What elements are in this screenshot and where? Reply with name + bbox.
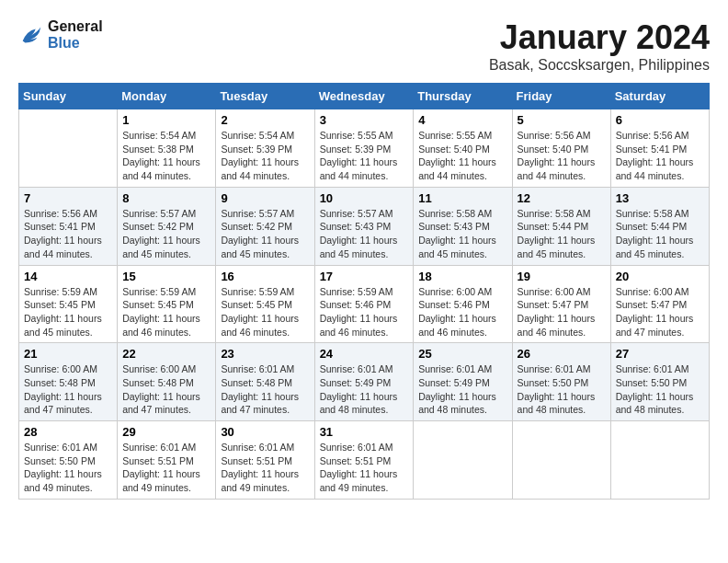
calendar-cell: 26 Sunrise: 6:01 AMSunset: 5:50 PMDaylig…	[512, 343, 610, 421]
day-detail: Sunrise: 5:59 AMSunset: 5:46 PMDaylight:…	[320, 285, 409, 339]
week-row-2: 14 Sunrise: 5:59 AMSunset: 5:45 PMDaylig…	[19, 265, 710, 343]
day-detail: Sunrise: 6:01 AMSunset: 5:51 PMDaylight:…	[320, 441, 409, 495]
calendar-cell: 7 Sunrise: 5:56 AMSunset: 5:41 PMDayligh…	[19, 187, 118, 265]
day-number: 13	[616, 191, 704, 205]
calendar-cell: 15 Sunrise: 5:59 AMSunset: 5:45 PMDaylig…	[118, 265, 216, 343]
calendar-cell: 27 Sunrise: 6:01 AMSunset: 5:50 PMDaylig…	[610, 343, 709, 421]
day-number: 10	[320, 191, 409, 205]
day-detail: Sunrise: 6:00 AMSunset: 5:47 PMDaylight:…	[616, 285, 704, 339]
header-sunday: Sunday	[19, 84, 118, 109]
logo-icon	[18, 22, 44, 48]
week-row-0: 1 Sunrise: 5:54 AMSunset: 5:38 PMDayligh…	[19, 109, 710, 188]
calendar-cell	[512, 421, 610, 500]
month-title: January 2024	[489, 18, 710, 57]
calendar-cell: 19 Sunrise: 6:00 AMSunset: 5:47 PMDaylig…	[512, 265, 610, 343]
day-detail: Sunrise: 6:01 AMSunset: 5:48 PMDaylight:…	[221, 362, 309, 417]
day-detail: Sunrise: 5:59 AMSunset: 5:45 PMDaylight:…	[221, 285, 309, 339]
day-number: 30	[221, 425, 309, 439]
calendar-cell: 11 Sunrise: 5:58 AMSunset: 5:43 PMDaylig…	[414, 187, 512, 265]
calendar-cell: 13 Sunrise: 5:58 AMSunset: 5:44 PMDaylig…	[610, 187, 709, 265]
day-detail: Sunrise: 5:57 AMSunset: 5:42 PMDaylight:…	[221, 207, 309, 261]
day-number: 12	[518, 191, 606, 205]
calendar-cell: 4 Sunrise: 5:55 AMSunset: 5:40 PMDayligh…	[414, 109, 512, 188]
day-detail: Sunrise: 6:00 AMSunset: 5:47 PMDaylight:…	[518, 285, 606, 339]
day-detail: Sunrise: 6:00 AMSunset: 5:48 PMDaylight:…	[24, 362, 112, 417]
header-wednesday: Wednesday	[314, 84, 414, 109]
calendar-cell: 18 Sunrise: 6:00 AMSunset: 5:46 PMDaylig…	[414, 265, 512, 343]
day-detail: Sunrise: 6:01 AMSunset: 5:50 PMDaylight:…	[616, 362, 704, 417]
header-saturday: Saturday	[610, 84, 709, 109]
day-number: 19	[518, 270, 606, 283]
day-number: 25	[418, 347, 506, 361]
day-number: 4	[418, 113, 506, 127]
calendar-cell: 5 Sunrise: 5:56 AMSunset: 5:40 PMDayligh…	[512, 109, 610, 188]
day-detail: Sunrise: 6:01 AMSunset: 5:49 PMDaylight:…	[418, 362, 506, 417]
week-row-3: 21 Sunrise: 6:00 AMSunset: 5:48 PMDaylig…	[19, 343, 710, 421]
day-detail: Sunrise: 5:58 AMSunset: 5:44 PMDaylight:…	[616, 207, 704, 261]
day-detail: Sunrise: 6:01 AMSunset: 5:50 PMDaylight:…	[518, 362, 606, 417]
day-detail: Sunrise: 5:58 AMSunset: 5:43 PMDaylight:…	[418, 207, 506, 261]
day-number: 17	[320, 270, 409, 283]
day-detail: Sunrise: 6:01 AMSunset: 5:49 PMDaylight:…	[320, 362, 409, 417]
day-number: 16	[221, 270, 309, 283]
location: Basak, Soccsksargen, Philippines	[489, 57, 710, 74]
day-detail: Sunrise: 5:54 AMSunset: 5:38 PMDaylight:…	[122, 129, 210, 183]
day-detail: Sunrise: 5:59 AMSunset: 5:45 PMDaylight:…	[122, 285, 210, 339]
day-number: 15	[122, 270, 210, 283]
header-friday: Friday	[512, 84, 610, 109]
logo: General Blue	[18, 18, 103, 52]
day-number: 1	[122, 113, 210, 127]
day-detail: Sunrise: 5:55 AMSunset: 5:39 PMDaylight:…	[320, 129, 409, 183]
calendar-cell: 30 Sunrise: 6:01 AMSunset: 5:51 PMDaylig…	[216, 421, 314, 500]
calendar-cell: 24 Sunrise: 6:01 AMSunset: 5:49 PMDaylig…	[314, 343, 414, 421]
calendar-cell: 14 Sunrise: 5:59 AMSunset: 5:45 PMDaylig…	[19, 265, 118, 343]
day-detail: Sunrise: 5:54 AMSunset: 5:39 PMDaylight:…	[221, 129, 309, 183]
day-number: 11	[418, 191, 506, 205]
day-detail: Sunrise: 5:56 AMSunset: 5:41 PMDaylight:…	[616, 129, 704, 183]
day-number: 14	[24, 270, 112, 283]
day-number: 31	[320, 425, 409, 439]
header-monday: Monday	[118, 84, 216, 109]
day-detail: Sunrise: 5:56 AMSunset: 5:40 PMDaylight:…	[518, 129, 606, 183]
day-number: 29	[122, 425, 210, 439]
day-detail: Sunrise: 5:55 AMSunset: 5:40 PMDaylight:…	[418, 129, 506, 183]
day-number: 8	[122, 191, 210, 205]
day-detail: Sunrise: 5:58 AMSunset: 5:44 PMDaylight:…	[518, 207, 606, 261]
calendar-cell: 1 Sunrise: 5:54 AMSunset: 5:38 PMDayligh…	[118, 109, 216, 188]
calendar-cell: 10 Sunrise: 5:57 AMSunset: 5:43 PMDaylig…	[314, 187, 414, 265]
calendar-cell: 28 Sunrise: 6:01 AMSunset: 5:50 PMDaylig…	[19, 421, 118, 500]
day-number: 6	[616, 113, 704, 127]
calendar-cell: 12 Sunrise: 5:58 AMSunset: 5:44 PMDaylig…	[512, 187, 610, 265]
calendar-cell	[414, 421, 512, 500]
header-thursday: Thursday	[414, 84, 512, 109]
day-detail: Sunrise: 5:57 AMSunset: 5:43 PMDaylight:…	[320, 207, 409, 261]
title-block: January 2024 Basak, Soccsksargen, Philip…	[489, 18, 710, 74]
day-number: 22	[122, 347, 210, 361]
day-detail: Sunrise: 6:00 AMSunset: 5:48 PMDaylight:…	[122, 362, 210, 417]
calendar-table: Sunday Monday Tuesday Wednesday Thursday…	[18, 83, 710, 500]
week-row-1: 7 Sunrise: 5:56 AMSunset: 5:41 PMDayligh…	[19, 187, 710, 265]
day-detail: Sunrise: 6:00 AMSunset: 5:46 PMDaylight:…	[418, 285, 506, 339]
calendar-cell: 20 Sunrise: 6:00 AMSunset: 5:47 PMDaylig…	[610, 265, 709, 343]
day-detail: Sunrise: 6:01 AMSunset: 5:51 PMDaylight:…	[122, 441, 210, 495]
calendar-cell: 16 Sunrise: 5:59 AMSunset: 5:45 PMDaylig…	[216, 265, 314, 343]
header-row: Sunday Monday Tuesday Wednesday Thursday…	[19, 84, 710, 109]
logo-text: General Blue	[48, 18, 103, 52]
calendar-cell: 3 Sunrise: 5:55 AMSunset: 5:39 PMDayligh…	[314, 109, 414, 188]
calendar-cell: 22 Sunrise: 6:00 AMSunset: 5:48 PMDaylig…	[118, 343, 216, 421]
day-number: 21	[24, 347, 112, 361]
calendar-cell: 8 Sunrise: 5:57 AMSunset: 5:42 PMDayligh…	[118, 187, 216, 265]
day-number: 24	[320, 347, 409, 361]
week-row-4: 28 Sunrise: 6:01 AMSunset: 5:50 PMDaylig…	[19, 421, 710, 500]
day-number: 3	[320, 113, 409, 127]
calendar-cell: 6 Sunrise: 5:56 AMSunset: 5:41 PMDayligh…	[610, 109, 709, 188]
calendar-cell: 25 Sunrise: 6:01 AMSunset: 5:49 PMDaylig…	[414, 343, 512, 421]
calendar-cell: 2 Sunrise: 5:54 AMSunset: 5:39 PMDayligh…	[216, 109, 314, 188]
day-number: 28	[24, 425, 112, 439]
day-detail: Sunrise: 6:01 AMSunset: 5:51 PMDaylight:…	[221, 441, 309, 495]
day-number: 27	[616, 347, 704, 361]
day-number: 7	[24, 191, 112, 205]
page-header: General Blue January 2024 Basak, Soccsks…	[18, 18, 710, 74]
day-number: 9	[221, 191, 309, 205]
day-number: 23	[221, 347, 309, 361]
